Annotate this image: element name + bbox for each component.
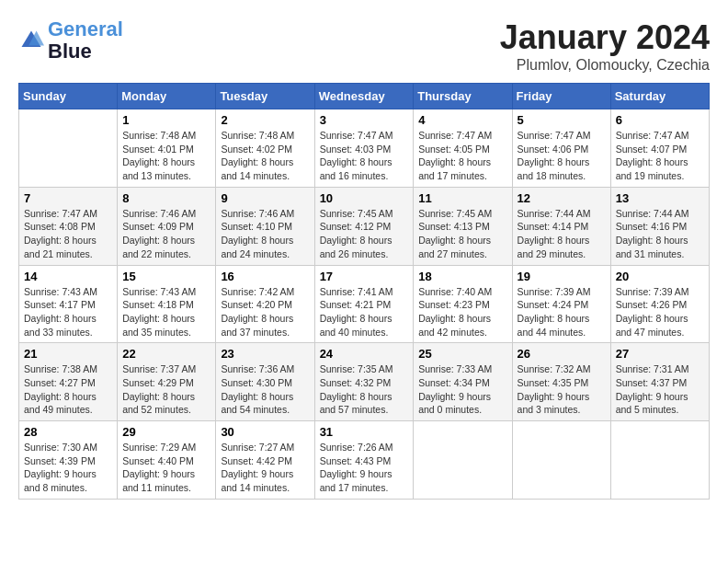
day-cell: 23Sunrise: 7:36 AM Sunset: 4:30 PM Dayli…: [216, 343, 314, 421]
week-row-2: 14Sunrise: 7:43 AM Sunset: 4:17 PM Dayli…: [19, 265, 710, 343]
day-number: 27: [616, 347, 704, 361]
calendar-table: SundayMondayTuesdayWednesdayThursdayFrid…: [18, 83, 710, 500]
day-cell: 6Sunrise: 7:47 AM Sunset: 4:07 PM Daylig…: [610, 109, 709, 188]
day-number: 8: [122, 191, 210, 205]
day-cell: [414, 421, 512, 500]
day-info: Sunrise: 7:47 AM Sunset: 4:06 PM Dayligh…: [518, 129, 606, 183]
logo-icon: [18, 28, 44, 53]
day-number: 5: [518, 113, 606, 127]
day-cell: 19Sunrise: 7:39 AM Sunset: 4:24 PM Dayli…: [512, 265, 610, 343]
header-row: SundayMondayTuesdayWednesdayThursdayFrid…: [19, 84, 710, 109]
day-cell: [19, 109, 118, 188]
day-number: 20: [616, 270, 704, 283]
day-info: Sunrise: 7:39 AM Sunset: 4:26 PM Dayligh…: [616, 285, 704, 339]
day-cell: 18Sunrise: 7:40 AM Sunset: 4:23 PM Dayli…: [414, 265, 512, 343]
day-info: Sunrise: 7:31 AM Sunset: 4:37 PM Dayligh…: [616, 362, 704, 417]
day-cell: 4Sunrise: 7:47 AM Sunset: 4:05 PM Daylig…: [414, 109, 512, 188]
day-info: Sunrise: 7:48 AM Sunset: 4:01 PM Dayligh…: [122, 129, 210, 183]
day-info: Sunrise: 7:33 AM Sunset: 4:34 PM Dayligh…: [418, 362, 506, 417]
day-cell: 2Sunrise: 7:48 AM Sunset: 4:02 PM Daylig…: [216, 109, 314, 188]
day-number: 24: [320, 347, 409, 361]
day-number: 21: [24, 347, 112, 361]
day-number: 23: [221, 347, 309, 361]
day-info: Sunrise: 7:26 AM Sunset: 4:43 PM Dayligh…: [320, 441, 409, 495]
day-info: Sunrise: 7:45 AM Sunset: 4:12 PM Dayligh…: [320, 207, 409, 261]
calendar-body: 1Sunrise: 7:48 AM Sunset: 4:01 PM Daylig…: [19, 109, 710, 500]
day-info: Sunrise: 7:45 AM Sunset: 4:13 PM Dayligh…: [418, 207, 506, 261]
day-number: 13: [616, 191, 704, 205]
day-number: 3: [320, 113, 409, 127]
day-cell: 14Sunrise: 7:43 AM Sunset: 4:17 PM Dayli…: [19, 265, 118, 343]
day-number: 7: [24, 191, 112, 205]
day-cell: 5Sunrise: 7:47 AM Sunset: 4:06 PM Daylig…: [512, 109, 610, 188]
day-info: Sunrise: 7:40 AM Sunset: 4:23 PM Dayligh…: [418, 285, 506, 339]
day-info: Sunrise: 7:46 AM Sunset: 4:09 PM Dayligh…: [122, 207, 210, 261]
day-cell: 10Sunrise: 7:45 AM Sunset: 4:12 PM Dayli…: [314, 187, 414, 265]
day-number: 14: [24, 270, 112, 283]
day-info: Sunrise: 7:47 AM Sunset: 4:08 PM Dayligh…: [24, 207, 112, 261]
day-number: 6: [616, 113, 704, 127]
day-number: 17: [320, 270, 409, 283]
day-cell: 9Sunrise: 7:46 AM Sunset: 4:10 PM Daylig…: [216, 187, 314, 265]
day-number: 26: [518, 347, 606, 361]
day-cell: 20Sunrise: 7:39 AM Sunset: 4:26 PM Dayli…: [610, 265, 709, 343]
day-cell: 8Sunrise: 7:46 AM Sunset: 4:09 PM Daylig…: [118, 187, 216, 265]
month-title: January 2024: [500, 18, 710, 57]
week-row-3: 21Sunrise: 7:38 AM Sunset: 4:27 PM Dayli…: [19, 343, 710, 421]
day-cell: 30Sunrise: 7:27 AM Sunset: 4:42 PM Dayli…: [216, 421, 314, 500]
day-cell: [512, 421, 610, 500]
logo-text: General Blue: [48, 18, 123, 63]
calendar-header: SundayMondayTuesdayWednesdayThursdayFrid…: [19, 84, 710, 109]
day-info: Sunrise: 7:32 AM Sunset: 4:35 PM Dayligh…: [518, 362, 606, 417]
header-saturday: Saturday: [610, 84, 709, 109]
header-wednesday: Wednesday: [314, 84, 414, 109]
day-number: 10: [320, 191, 409, 205]
page-header: General Blue January 2024 Plumlov, Olomo…: [18, 18, 710, 74]
day-number: 4: [418, 113, 506, 127]
day-info: Sunrise: 7:42 AM Sunset: 4:20 PM Dayligh…: [221, 285, 309, 339]
day-number: 12: [518, 191, 606, 205]
day-cell: 11Sunrise: 7:45 AM Sunset: 4:13 PM Dayli…: [414, 187, 512, 265]
day-cell: 27Sunrise: 7:31 AM Sunset: 4:37 PM Dayli…: [610, 343, 709, 421]
day-info: Sunrise: 7:27 AM Sunset: 4:42 PM Dayligh…: [221, 441, 309, 495]
day-cell: 29Sunrise: 7:29 AM Sunset: 4:40 PM Dayli…: [118, 421, 216, 500]
title-block: January 2024 Plumlov, Olomoucky, Czechia: [500, 18, 710, 74]
day-info: Sunrise: 7:35 AM Sunset: 4:32 PM Dayligh…: [320, 362, 409, 417]
day-number: 18: [418, 270, 506, 283]
day-info: Sunrise: 7:44 AM Sunset: 4:16 PM Dayligh…: [616, 207, 704, 261]
day-cell: 17Sunrise: 7:41 AM Sunset: 4:21 PM Dayli…: [314, 265, 414, 343]
day-number: 11: [418, 191, 506, 205]
day-info: Sunrise: 7:43 AM Sunset: 4:18 PM Dayligh…: [122, 285, 210, 339]
day-cell: 15Sunrise: 7:43 AM Sunset: 4:18 PM Dayli…: [118, 265, 216, 343]
logo: General Blue: [18, 18, 123, 63]
day-info: Sunrise: 7:46 AM Sunset: 4:10 PM Dayligh…: [221, 207, 309, 261]
week-row-0: 1Sunrise: 7:48 AM Sunset: 4:01 PM Daylig…: [19, 109, 710, 188]
day-number: 15: [122, 270, 210, 283]
day-info: Sunrise: 7:36 AM Sunset: 4:30 PM Dayligh…: [221, 362, 309, 417]
day-info: Sunrise: 7:44 AM Sunset: 4:14 PM Dayligh…: [518, 207, 606, 261]
day-cell: 28Sunrise: 7:30 AM Sunset: 4:39 PM Dayli…: [19, 421, 118, 500]
day-info: Sunrise: 7:37 AM Sunset: 4:29 PM Dayligh…: [122, 362, 210, 417]
day-cell: 21Sunrise: 7:38 AM Sunset: 4:27 PM Dayli…: [19, 343, 118, 421]
day-number: 25: [418, 347, 506, 361]
day-cell: 31Sunrise: 7:26 AM Sunset: 4:43 PM Dayli…: [314, 421, 414, 500]
day-cell: 7Sunrise: 7:47 AM Sunset: 4:08 PM Daylig…: [19, 187, 118, 265]
day-cell: [610, 421, 709, 500]
day-info: Sunrise: 7:48 AM Sunset: 4:02 PM Dayligh…: [221, 129, 309, 183]
day-info: Sunrise: 7:38 AM Sunset: 4:27 PM Dayligh…: [24, 362, 112, 417]
day-info: Sunrise: 7:47 AM Sunset: 4:07 PM Dayligh…: [616, 129, 704, 183]
day-number: 22: [122, 347, 210, 361]
day-number: 30: [221, 425, 309, 439]
day-cell: 25Sunrise: 7:33 AM Sunset: 4:34 PM Dayli…: [414, 343, 512, 421]
day-cell: 16Sunrise: 7:42 AM Sunset: 4:20 PM Dayli…: [216, 265, 314, 343]
day-info: Sunrise: 7:29 AM Sunset: 4:40 PM Dayligh…: [122, 441, 210, 495]
day-cell: 22Sunrise: 7:37 AM Sunset: 4:29 PM Dayli…: [118, 343, 216, 421]
header-thursday: Thursday: [414, 84, 512, 109]
day-info: Sunrise: 7:43 AM Sunset: 4:17 PM Dayligh…: [24, 285, 112, 339]
day-number: 16: [221, 270, 309, 283]
week-row-1: 7Sunrise: 7:47 AM Sunset: 4:08 PM Daylig…: [19, 187, 710, 265]
day-cell: 1Sunrise: 7:48 AM Sunset: 4:01 PM Daylig…: [118, 109, 216, 188]
day-number: 2: [221, 113, 309, 127]
day-number: 1: [122, 113, 210, 127]
week-row-4: 28Sunrise: 7:30 AM Sunset: 4:39 PM Dayli…: [19, 421, 710, 500]
